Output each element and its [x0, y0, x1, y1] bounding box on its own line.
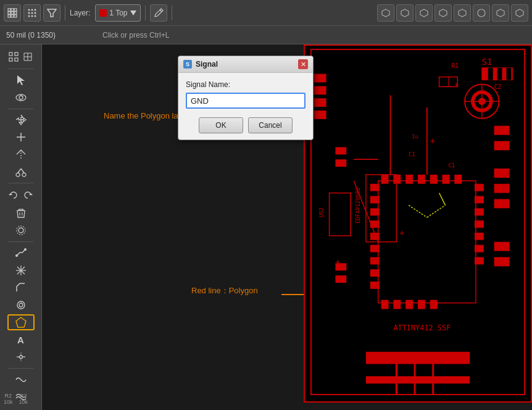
- layer-view-icons: [377, 4, 528, 22]
- svg-point-40: [19, 96, 23, 99]
- delete-btn[interactable]: [7, 205, 35, 221]
- sep1: [65, 6, 65, 20]
- pencil-icon-btn[interactable]: [150, 4, 167, 22]
- dialog-title-icon: S: [183, 60, 192, 69]
- view-icon-8[interactable]: [511, 4, 528, 22]
- svg-text:US2: US2: [318, 207, 325, 217]
- svg-marker-22: [401, 9, 409, 17]
- dialog-body: Signal Name:: [178, 73, 313, 114]
- snap-icon-btn[interactable]: [7, 48, 20, 65]
- svg-point-9: [28, 9, 30, 10]
- view-icon-1[interactable]: [377, 4, 394, 22]
- svg-point-13: [31, 12, 33, 14]
- add-component-btn[interactable]: [7, 129, 35, 145]
- svg-rect-6: [8, 15, 10, 17]
- view-icon-3[interactable]: [415, 4, 433, 22]
- svg-rect-113: [381, 175, 389, 184]
- view-icon-7[interactable]: [492, 4, 509, 22]
- curve-btn[interactable]: [7, 372, 35, 388]
- svg-point-10: [31, 9, 33, 10]
- status-bar: 50 mil (0 1350) Click or press Ctrl+L: [0, 26, 532, 44]
- svg-rect-108: [494, 184, 510, 193]
- canvas-area[interactable]: Name the Polygon layer as GND Red line：P…: [42, 44, 532, 410]
- properties-btn[interactable]: [7, 222, 35, 238]
- svg-rect-91: [314, 111, 326, 119]
- left-sidebar: A R2 10k R2 10k: [0, 44, 42, 410]
- dialog-ok-button[interactable]: OK: [199, 117, 243, 133]
- layer-label: Layer:: [70, 9, 90, 17]
- signal-dialog: S Signal ✕ Signal Name: OK Cancel: [178, 56, 314, 140]
- top-toolbar: Layer: 1 Top: [0, 0, 532, 26]
- svg-rect-132: [370, 269, 380, 277]
- svg-text:R1: R1: [451, 62, 459, 69]
- text-btn[interactable]: A: [7, 332, 35, 348]
- svg-point-15: [28, 15, 30, 17]
- select-cursor-btn[interactable]: [7, 72, 35, 88]
- net-btn[interactable]: [7, 262, 35, 278]
- view-icon-5[interactable]: [454, 4, 471, 22]
- svg-rect-121: [393, 300, 401, 309]
- svg-point-16: [31, 15, 33, 17]
- view-icon-6[interactable]: [473, 4, 490, 22]
- svg-text:ATTINY412 SSF: ATTINY412 SSF: [393, 324, 451, 332]
- svg-rect-116: [418, 175, 425, 184]
- svg-line-20: [160, 10, 162, 12]
- rotate-left-btn[interactable]: [7, 186, 20, 204]
- connect-btn[interactable]: [7, 349, 35, 365]
- svg-rect-2: [14, 9, 17, 11]
- wire-btn[interactable]: [7, 245, 35, 261]
- dotgrid-icon-btn[interactable]: [23, 4, 41, 22]
- view-icon-2[interactable]: [396, 4, 414, 22]
- polygon-btn[interactable]: [7, 314, 35, 330]
- grid-icon-btn[interactable]: [4, 4, 21, 22]
- svg-line-46: [18, 169, 21, 173]
- svg-rect-133: [370, 282, 380, 289]
- signal-name-input[interactable]: [186, 93, 305, 109]
- svg-rect-123: [418, 300, 425, 309]
- svg-rect-118: [443, 175, 450, 184]
- svg-text:+: +: [430, 136, 435, 146]
- route-btn[interactable]: [7, 280, 35, 296]
- via-btn[interactable]: [7, 297, 35, 313]
- svg-rect-128: [370, 220, 380, 228]
- visibility-btn[interactable]: [7, 90, 35, 106]
- annotation-redline-label: Red line：Polygon: [191, 286, 258, 295]
- annotation-redline-text: Red line：Polygon: [191, 285, 258, 296]
- flip-btn[interactable]: [7, 146, 35, 162]
- svg-point-57: [15, 254, 18, 257]
- svg-text:C1: C1: [448, 162, 455, 169]
- filter-icon-btn[interactable]: [43, 4, 60, 22]
- svg-rect-8: [14, 15, 17, 17]
- svg-text:+: +: [335, 257, 340, 267]
- svg-rect-135: [475, 196, 484, 203]
- sep3: [172, 6, 172, 20]
- svg-marker-65: [16, 317, 26, 327]
- svg-rect-80: [506, 68, 511, 80]
- svg-text:+: +: [454, 81, 459, 90]
- svg-point-63: [17, 301, 25, 309]
- dialog-close-button[interactable]: ✕: [298, 59, 308, 69]
- move-btn[interactable]: [7, 112, 35, 128]
- svg-marker-28: [516, 9, 523, 17]
- svg-text:+: +: [399, 228, 404, 238]
- svg-rect-127: [370, 208, 380, 215]
- dialog-cancel-button[interactable]: Cancel: [248, 117, 293, 133]
- rotate-right-btn[interactable]: [22, 186, 35, 204]
- cut-btn[interactable]: [7, 164, 35, 180]
- svg-marker-49: [29, 193, 33, 195]
- svg-rect-32: [15, 58, 18, 61]
- view-icon-4[interactable]: [434, 4, 452, 22]
- grid-view-icon-btn[interactable]: [22, 48, 35, 65]
- layer-selector[interactable]: 1 Top: [95, 4, 140, 22]
- svg-rect-74: [305, 46, 531, 401]
- dialog-title-left: S Signal: [183, 60, 218, 69]
- svg-text:S1: S1: [482, 57, 493, 67]
- status-hint: Click or press Ctrl+L: [102, 31, 169, 40]
- chevron-down-icon: [130, 10, 136, 15]
- svg-rect-104: [335, 275, 346, 283]
- sidebar-sep-3: [9, 241, 33, 242]
- svg-point-55: [19, 228, 23, 233]
- pcb-canvas: S1 R1: [304, 44, 532, 403]
- svg-marker-21: [382, 9, 389, 17]
- svg-rect-137: [475, 220, 484, 228]
